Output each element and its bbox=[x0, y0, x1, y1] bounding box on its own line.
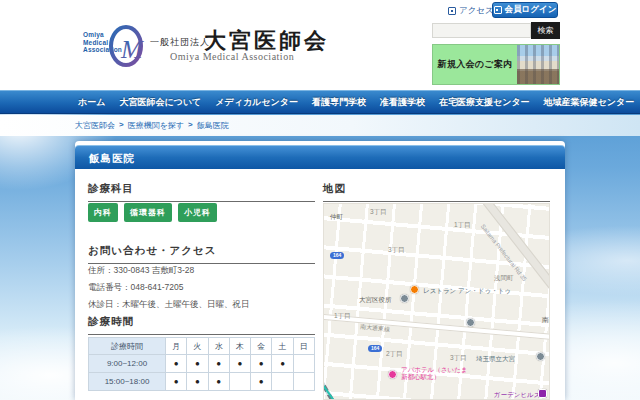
hours-header-wed: 水 bbox=[208, 338, 229, 355]
search-button[interactable]: 検索 bbox=[531, 22, 560, 39]
hours-mark bbox=[293, 355, 314, 373]
map-label-apa-hotel[interactable]: アパホテル（さいたま 新都心駅北） bbox=[401, 366, 467, 380]
closed-days-line: 休診日：木曜午後、土曜午後、日曜、祝日 bbox=[88, 299, 318, 311]
breadcrumb-current: 飯島医院 bbox=[197, 120, 229, 131]
map-label-restaurant[interactable]: レストラン アン・ドゥ・トゥ bbox=[423, 287, 511, 296]
hours-header-fri: 金 bbox=[251, 338, 272, 355]
map-label-garden-hills[interactable]: ガーデンヒルズ bbox=[494, 391, 540, 400]
route-164-shield: 164 bbox=[368, 345, 382, 352]
map-label-ward-office[interactable]: 大宮区役所 bbox=[359, 296, 392, 305]
nav-item-occupational-health-center[interactable]: 地域産業保健センター bbox=[544, 96, 635, 109]
hours-row-morning: 9:00~12:00 ● ● ● ● ● ● bbox=[89, 355, 315, 373]
new-membership-banner[interactable]: 新規入会のご案内 bbox=[432, 44, 560, 85]
hours-mark: ● bbox=[208, 355, 229, 373]
apartment-icon[interactable] bbox=[538, 389, 547, 398]
hours-header-thu: 木 bbox=[229, 338, 250, 355]
ward-office-icon[interactable] bbox=[400, 294, 409, 303]
hours-time-morning: 9:00~12:00 bbox=[89, 355, 166, 373]
org-name-english: Omiya Medical Association bbox=[170, 51, 294, 62]
school-icon[interactable] bbox=[536, 352, 545, 361]
hours-header-time: 診療時間 bbox=[89, 338, 166, 355]
search-button-label: 検索 bbox=[538, 25, 554, 36]
address-line: 住所：330-0843 吉敷町3-28 bbox=[88, 265, 318, 277]
main-nav: ホーム 大宮医師会について メディカルセンター 看護専門学校 准看護学校 在宅医… bbox=[0, 90, 640, 114]
nav-item-home[interactable]: ホーム bbox=[78, 96, 105, 109]
banner-building-photo bbox=[517, 45, 559, 84]
hours-mark: ● bbox=[272, 355, 293, 373]
bus-stop-icon[interactable] bbox=[466, 318, 475, 327]
svg-text:M: M bbox=[120, 35, 144, 64]
phone-line: 電話番号：048-641-7205 bbox=[88, 282, 318, 294]
breadcrumb-search-clinics[interactable]: 医療機関を探す bbox=[128, 120, 184, 131]
om-logo-icon: M bbox=[107, 24, 149, 68]
map-heading: 地図 bbox=[323, 182, 550, 202]
search-input[interactable] bbox=[432, 23, 531, 38]
content-card: 飯島医院 診療科目 内科 循環器科 小児科 お問い合わせ・アクセス 住所：330… bbox=[75, 141, 565, 400]
hours-mark: ● bbox=[187, 355, 208, 373]
contact-heading: お問い合わせ・アクセス bbox=[88, 244, 315, 264]
site-header: Omiya Medical Association M 一般社団法人 大宮医師会… bbox=[0, 0, 640, 90]
map-label-2chome: 2丁目 bbox=[386, 350, 403, 359]
nav-item-medical-center[interactable]: メディカルセンター bbox=[215, 96, 298, 109]
route-164-shield: 164 bbox=[330, 252, 344, 259]
hours-mark: ● bbox=[251, 373, 272, 391]
nav-item-home-care-center[interactable]: 在宅医療支援センター bbox=[439, 96, 530, 109]
hours-header-mon: 月 bbox=[166, 338, 187, 355]
map-label-3chome-bottom: 3丁目 bbox=[450, 354, 467, 363]
breadcrumb-home[interactable]: 大宮医師会 bbox=[75, 120, 115, 131]
hours-mark bbox=[229, 373, 250, 391]
breadcrumb-separator: > bbox=[188, 120, 193, 131]
breadcrumb-band: 大宮医師会 > 医療機関を探す > 飯島医院 bbox=[0, 115, 640, 136]
hours-mark bbox=[293, 373, 314, 391]
map-label-nakacho: 仲町 bbox=[330, 213, 343, 222]
member-login-button[interactable]: 会員ログイン bbox=[492, 2, 558, 18]
badge-internal-medicine: 内科 bbox=[88, 203, 118, 222]
hours-mark bbox=[272, 373, 293, 391]
hours-mark: ● bbox=[251, 355, 272, 373]
hotel-marker-icon[interactable] bbox=[388, 370, 397, 379]
hours-header-sun: 日 bbox=[293, 338, 314, 355]
badge-pediatrics: 小児科 bbox=[178, 203, 217, 222]
departments-heading: 診療科目 bbox=[88, 182, 315, 202]
restaurant-marker-icon[interactable] bbox=[410, 285, 419, 294]
map[interactable]: 仲町 3丁目 1丁目 3丁目 Saitama Prefectural Rd 35… bbox=[323, 203, 550, 400]
hours-table: 診療時間 月 火 水 木 金 土 日 9:00~12:00 ● ● ● ● ● … bbox=[88, 337, 315, 391]
banner-label: 新規入会のご案内 bbox=[433, 45, 517, 84]
login-icon bbox=[494, 6, 502, 14]
map-label-school[interactable]: 埼玉県立大宮 bbox=[476, 355, 515, 364]
access-label: アクセス bbox=[459, 5, 494, 17]
page-title: 飯島医院 bbox=[75, 145, 565, 169]
nav-item-about[interactable]: 大宮医師会について bbox=[119, 96, 201, 109]
breadcrumb-separator: > bbox=[119, 120, 124, 131]
map-label-3chome-top: 3丁目 bbox=[370, 208, 387, 217]
access-icon bbox=[448, 7, 456, 15]
access-link[interactable]: アクセス bbox=[448, 5, 494, 17]
hours-time-afternoon: 15:00~18:00 bbox=[89, 373, 166, 391]
map-label-sengencho: 浅間町 bbox=[494, 274, 514, 283]
map-label-1chome-top: 1丁目 bbox=[454, 221, 471, 230]
hours-mark: ● bbox=[229, 355, 250, 373]
hours-header-row: 診療時間 月 火 水 木 金 土 日 bbox=[89, 338, 315, 355]
page-root: Omiya Medical Association M 一般社団法人 大宮医師会… bbox=[0, 0, 640, 400]
nav-item-nursing-college[interactable]: 看護専門学校 bbox=[312, 96, 366, 109]
breadcrumb: 大宮医師会 > 医療機関を探す > 飯島医院 bbox=[75, 120, 229, 131]
badge-cardiology: 循環器科 bbox=[124, 203, 172, 222]
map-label-1chome-left: 1丁目 bbox=[334, 312, 351, 321]
hours-heading: 診療時間 bbox=[88, 315, 315, 335]
hours-mark: ● bbox=[166, 373, 187, 391]
department-badges: 内科 循環器科 小児科 bbox=[88, 203, 217, 222]
map-label-minami: 南 bbox=[542, 316, 549, 325]
hours-mark: ● bbox=[208, 373, 229, 391]
hours-header-tue: 火 bbox=[187, 338, 208, 355]
hours-header-sat: 土 bbox=[272, 338, 293, 355]
hours-mark: ● bbox=[166, 355, 187, 373]
map-label-3chome-mid: 3丁目 bbox=[388, 246, 405, 255]
corp-type-label: 一般社団法人 bbox=[150, 36, 210, 49]
login-label: 会員ログイン bbox=[505, 4, 557, 16]
hours-row-afternoon: 15:00~18:00 ● ● ● ● bbox=[89, 373, 315, 391]
nav-item-assoc-nursing-school[interactable]: 准看護学校 bbox=[380, 96, 425, 109]
hours-mark: ● bbox=[187, 373, 208, 391]
